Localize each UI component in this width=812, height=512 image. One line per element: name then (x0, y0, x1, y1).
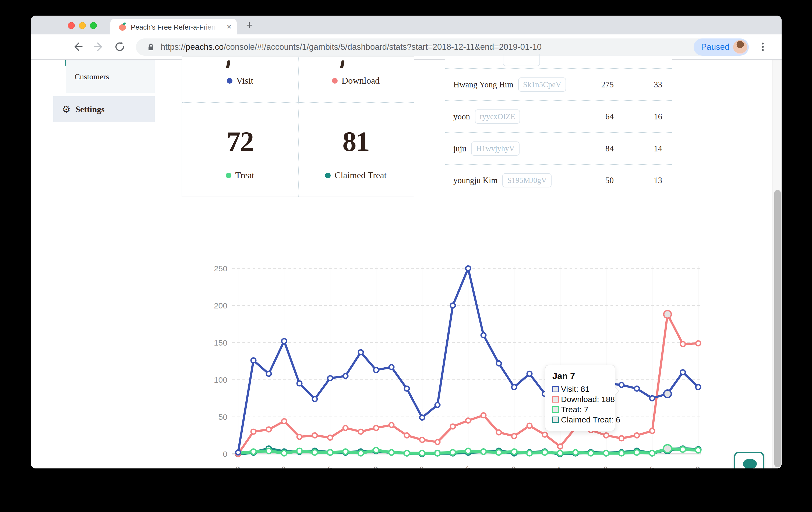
data-point[interactable] (251, 358, 256, 363)
data-point[interactable] (251, 429, 256, 434)
data-point[interactable] (573, 450, 578, 455)
data-point[interactable] (389, 365, 394, 369)
data-point[interactable] (634, 386, 639, 391)
data-point[interactable] (649, 450, 655, 456)
data-point[interactable] (297, 434, 302, 440)
data-point[interactable] (680, 447, 686, 452)
data-point[interactable] (512, 449, 517, 454)
scrollbar-thumb[interactable] (774, 190, 781, 468)
browser-tab[interactable]: Peach's Free Refer-a-Friend S × (110, 19, 237, 34)
data-point[interactable] (680, 370, 685, 374)
data-point[interactable] (312, 433, 317, 438)
data-point[interactable] (588, 450, 593, 456)
data-point[interactable] (664, 310, 671, 318)
data-point[interactable] (328, 376, 332, 381)
paused-badge[interactable]: Paused (694, 38, 749, 56)
data-point[interactable] (328, 435, 332, 440)
data-point[interactable] (358, 429, 363, 434)
data-point[interactable] (282, 338, 287, 343)
data-point[interactable] (374, 425, 379, 430)
referrer-row[interactable]: youngju KimS195MJ0gV5013 (445, 164, 672, 196)
data-point[interactable] (266, 427, 271, 432)
data-point[interactable] (374, 368, 379, 372)
chat-launcher-button[interactable] (734, 452, 764, 469)
data-point[interactable] (435, 440, 440, 445)
referrer-row[interactable]: yoonryycxOIZE6416 (445, 100, 672, 132)
data-point[interactable] (343, 373, 348, 378)
data-point[interactable] (664, 445, 672, 453)
data-point[interactable] (634, 450, 640, 455)
scrollbar-track[interactable] (773, 60, 782, 469)
data-point[interactable] (650, 428, 655, 433)
data-point[interactable] (451, 424, 455, 429)
close-window-button[interactable] (68, 22, 75, 29)
data-point[interactable] (527, 450, 532, 456)
tab-close-icon[interactable]: × (227, 22, 231, 31)
sidebar-item-settings[interactable]: ⚙ Settings (53, 96, 155, 122)
data-point[interactable] (404, 450, 409, 456)
data-point[interactable] (389, 422, 394, 427)
data-point[interactable] (527, 423, 532, 428)
data-point[interactable] (696, 341, 701, 346)
data-point[interactable] (604, 450, 609, 456)
data-point[interactable] (481, 449, 486, 454)
reload-icon[interactable] (113, 40, 126, 53)
data-point[interactable] (251, 449, 256, 454)
data-point[interactable] (343, 449, 348, 454)
line-chart[interactable]: 050100150200250Dec 10Dec 13Dec 16Dec 19D… (167, 252, 705, 469)
data-point[interactable] (466, 266, 470, 271)
data-point[interactable] (619, 382, 624, 387)
data-point[interactable] (634, 433, 639, 438)
data-point[interactable] (282, 419, 287, 424)
data-point[interactable] (465, 448, 471, 454)
data-point[interactable] (543, 432, 547, 437)
back-icon[interactable] (71, 40, 84, 53)
data-point[interactable] (404, 386, 409, 391)
data-point[interactable] (419, 450, 425, 456)
new-tab-button[interactable]: + (246, 19, 253, 31)
sidebar-item-customers[interactable]: Customers (66, 60, 155, 93)
data-point[interactable] (496, 361, 501, 366)
data-point[interactable] (420, 438, 425, 442)
data-point[interactable] (496, 430, 501, 435)
data-point[interactable] (420, 415, 425, 420)
stats-chart[interactable]: 050100150200250Dec 10Dec 13Dec 16Dec 19D… (167, 252, 705, 469)
data-point[interactable] (481, 413, 486, 418)
data-point[interactable] (557, 450, 563, 456)
data-point[interactable] (680, 342, 685, 347)
data-point[interactable] (619, 450, 624, 456)
referrer-row[interactable]: Hwang Yong HunSk1n5CpeV27533 (445, 68, 672, 100)
data-point[interactable] (451, 303, 455, 308)
address-bar[interactable]: https://peachs.co/console/#!/accounts/1/… (136, 38, 738, 56)
data-point[interactable] (481, 333, 486, 337)
data-point[interactable] (343, 425, 348, 430)
minimize-window-button[interactable] (79, 22, 86, 29)
data-point[interactable] (604, 433, 609, 438)
data-point[interactable] (664, 390, 671, 397)
data-point[interactable] (619, 436, 624, 441)
data-point[interactable] (297, 381, 302, 386)
data-point[interactable] (450, 450, 456, 455)
data-point[interactable] (696, 385, 701, 390)
data-point[interactable] (435, 402, 440, 408)
data-point[interactable] (266, 371, 271, 376)
data-point[interactable] (266, 448, 271, 454)
data-point[interactable] (512, 434, 517, 439)
referrer-row[interactable]: jujuH1wvjyhyV8414 (445, 132, 672, 164)
data-point[interactable] (312, 450, 317, 455)
data-point[interactable] (327, 450, 333, 455)
data-point[interactable] (389, 450, 394, 455)
data-point[interactable] (282, 450, 287, 456)
data-point[interactable] (466, 418, 470, 423)
data-point[interactable] (404, 433, 409, 438)
data-point[interactable] (297, 448, 302, 454)
data-point[interactable] (650, 396, 655, 401)
data-point[interactable] (358, 350, 363, 355)
data-point[interactable] (435, 450, 440, 456)
data-point[interactable] (527, 371, 532, 376)
data-point[interactable] (312, 397, 317, 401)
browser-menu-icon[interactable] (756, 40, 769, 53)
data-point[interactable] (236, 450, 240, 455)
data-point[interactable] (358, 450, 364, 456)
data-point[interactable] (542, 450, 548, 455)
